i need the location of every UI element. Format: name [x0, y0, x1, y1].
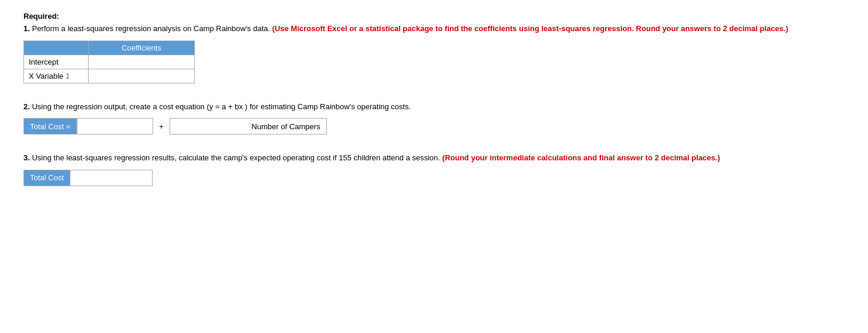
cost-eq-input2[interactable]: [170, 118, 246, 134]
question-2-text: 2. Using the regression output, create a…: [23, 101, 845, 113]
question-1-text: 1. Perform a least-squares regression an…: [23, 23, 845, 35]
table-row-x-variable: X Variable 1: [24, 69, 195, 83]
table-row-intercept: Intercept: [24, 55, 195, 69]
required-label: Required:: [23, 12, 845, 21]
table-header-col1: [24, 41, 89, 55]
total-cost-input-q3[interactable]: [70, 170, 153, 186]
question-3-text: 3. Using the least-squares regression re…: [23, 152, 845, 164]
q3-number: 3.: [23, 153, 30, 162]
table-header-coefficients: Coefficients: [89, 41, 195, 55]
x-variable-label: X Variable 1: [24, 69, 89, 83]
required-section: Required: 1. Perform a least-squares reg…: [23, 12, 845, 83]
total-cost-label-q3: Total Cost: [23, 170, 70, 186]
q2-plain-text: Using the regression output, create a co…: [32, 102, 411, 111]
cost-eq-input1[interactable]: [77, 118, 153, 134]
q1-red-text: (Use Microsoft Excel or a statistical pa…: [272, 24, 788, 33]
intercept-input-cell[interactable]: [89, 55, 195, 69]
intercept-label: Intercept: [24, 55, 89, 69]
q1-number: 1.: [23, 24, 30, 33]
question-2-section: 2. Using the regression output, create a…: [23, 101, 845, 135]
total-cost-row-q3: Total Cost: [23, 170, 845, 186]
question-3-section: 3. Using the least-squares regression re…: [23, 152, 845, 186]
q1-plain-text: Perform a least-squares regression analy…: [32, 24, 272, 33]
q2-number: 2.: [23, 102, 30, 111]
plus-sign: +: [153, 118, 170, 134]
x-variable-input-cell[interactable]: [89, 69, 195, 83]
q3-red-text: (Round your intermediate calculations an…: [443, 153, 720, 162]
q3-plain-text: Using the least-squares regression resul…: [32, 153, 442, 162]
intercept-input[interactable]: [89, 55, 194, 69]
coefficients-table: Coefficients Intercept X Variable 1: [23, 41, 195, 83]
x-variable-input[interactable]: [89, 69, 194, 83]
total-cost-label: Total Cost =: [23, 118, 77, 134]
cost-equation-row: Total Cost = + Number of Campers: [23, 118, 845, 134]
number-of-campers-label: Number of Campers: [246, 118, 327, 134]
